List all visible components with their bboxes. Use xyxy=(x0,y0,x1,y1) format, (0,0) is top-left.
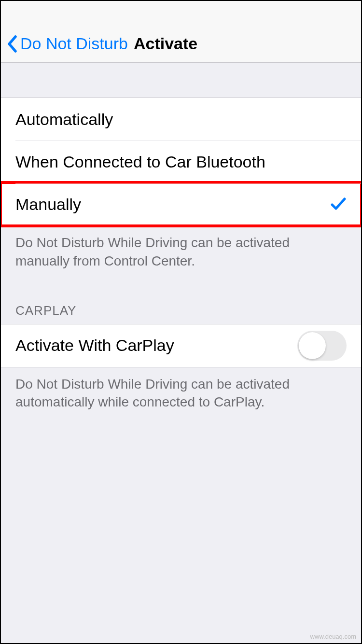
checkmark-icon xyxy=(330,196,347,212)
carplay-toggle-label: Activate With CarPlay xyxy=(15,336,174,355)
carplay-group: Activate With CarPlay xyxy=(1,324,361,367)
option-label: Manually xyxy=(15,195,81,214)
toggle-knob xyxy=(299,332,326,359)
carplay-footer: Do Not Disturb While Driving can be acti… xyxy=(1,367,361,412)
options-footer: Do Not Disturb While Driving can be acti… xyxy=(1,226,361,270)
option-manually[interactable]: Manually xyxy=(1,183,361,225)
option-label: When Connected to Car Bluetooth xyxy=(15,153,265,171)
carplay-toggle[interactable] xyxy=(297,331,347,361)
watermark: www.deuaq.com xyxy=(310,633,356,640)
option-label: Automatically xyxy=(15,110,113,129)
option-bluetooth[interactable]: When Connected to Car Bluetooth xyxy=(1,140,361,183)
back-button[interactable]: Do Not Disturb xyxy=(7,34,128,53)
chevron-left-icon xyxy=(7,35,17,53)
option-automatically[interactable]: Automatically xyxy=(1,98,361,140)
carplay-toggle-row: Activate With CarPlay xyxy=(1,324,361,367)
nav-bar: Do Not Disturb Activate xyxy=(1,1,361,63)
back-label: Do Not Disturb xyxy=(20,34,128,53)
page-title: Activate xyxy=(134,34,197,53)
carplay-header: CARPLAY xyxy=(1,303,361,324)
activation-options-group: Automatically When Connected to Car Blue… xyxy=(1,98,361,226)
